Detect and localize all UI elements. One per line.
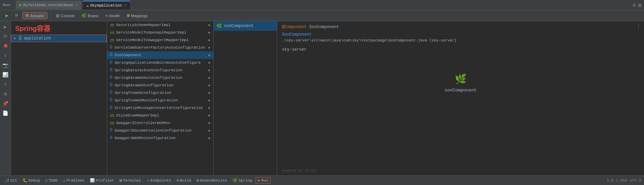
list-item[interactable]: © Swagger2DocumentationConfiguration ▶: [107, 127, 213, 134]
health-icon: ♥: [105, 14, 108, 18]
list-item-soncomponent[interactable]: © SonComponent ▶: [107, 51, 213, 59]
terminal-status[interactable]: ▤ Terminal: [117, 177, 143, 183]
component-header-panel: 🌿 sonComponent: [214, 21, 277, 175]
list-item[interactable]: 🗃 SecuritySchemeMapperImpl ▶: [107, 21, 213, 29]
list-item[interactable]: 🗃 StyleEnumMapperImpl ▶: [107, 112, 213, 119]
sidebar-play-icon[interactable]: ▶: [1, 23, 10, 31]
refresh-button[interactable]: ⟳: [12, 12, 21, 19]
tree-application-item[interactable]: ▶ 🗄 application: [11, 35, 107, 42]
git-status[interactable]: ⎇ Git: [3, 177, 19, 183]
sidebar-pin-icon[interactable]: 📌: [1, 99, 10, 108]
toolbar-separator: [50, 12, 50, 19]
mappings-label: Mappings: [131, 14, 148, 18]
bean-icon: ©: [110, 98, 112, 103]
list-item[interactable]: © SpringDataWebAutoConfiguration ▶: [107, 74, 213, 82]
layout-icon[interactable]: ▤: [639, 2, 641, 8]
bean-arrow-icon: ▶: [208, 68, 211, 72]
bean-icon: ©: [110, 68, 112, 73]
sidebar-refresh-icon[interactable]: ⟳: [1, 32, 10, 40]
bean-arrow-icon: ▶: [208, 83, 211, 87]
endpoints-status[interactable]: ⊹ Endpoints: [145, 177, 173, 183]
mappings-button[interactable]: ⊞ Mappings: [124, 12, 150, 19]
gear-area: ⚙ ▤: [633, 2, 641, 8]
list-item[interactable]: © SpringfoxWebConfiguration ▶: [107, 89, 213, 97]
debug-status[interactable]: 🐛 Debug: [21, 177, 42, 183]
sidebar-download-icon[interactable]: ⬇: [1, 51, 10, 60]
health-label: Health: [109, 14, 120, 18]
tab-skyapplication[interactable]: ☁ SkyApplication ✕: [83, 1, 130, 10]
actuator-button[interactable]: ⚙ Actuator: [22, 12, 47, 19]
tab2-icon: ☁: [86, 3, 89, 8]
sidebar-chart-icon[interactable]: 📊: [1, 71, 10, 79]
list-item[interactable]: 🗃 ServiceModelToOpenApiMapperImpl ▶: [107, 29, 213, 36]
dependencies-status[interactable]: ⊞ Dependencies: [195, 177, 229, 183]
sidebar-doc-icon[interactable]: 📄: [1, 109, 10, 117]
run-status-label: Run: [261, 178, 268, 183]
detail-class-link[interactable]: SonComponent: [282, 32, 639, 37]
list-item[interactable]: © SpringApplicationAdminJmxAutoConfigura…: [107, 59, 213, 66]
beans-label: Beans: [88, 14, 98, 18]
refresh-icon: ⟳: [15, 13, 18, 18]
mappings-icon: ⊞: [127, 13, 130, 18]
list-item[interactable]: 🗃 Swagger2ControllerWebMvc ▶: [107, 119, 213, 127]
center-bean-icon: 🌿: [455, 73, 467, 85]
sidebar-camera-icon[interactable]: 📷: [1, 61, 10, 69]
bean-arrow-icon: ▶: [208, 53, 211, 57]
list-item[interactable]: © SpringfoxWebMvcConfiguration ▶: [107, 97, 213, 104]
bean-icon: ©: [110, 53, 112, 58]
spring-status[interactable]: 🌿 Spring: [230, 177, 254, 183]
beans-button[interactable]: 🌿 Beans: [79, 12, 101, 19]
problems-status[interactable]: ⚠ Problems: [61, 177, 87, 183]
sidebar-stop-icon[interactable]: ⏹: [1, 42, 10, 50]
spring-label: Spring容器: [11, 21, 107, 35]
problems-label: Problems: [66, 178, 84, 183]
bean-icon: ©: [110, 128, 112, 133]
detail-more-btn[interactable]: ⋮: [636, 23, 641, 29]
powered-by: Powered by JFiles: [282, 169, 317, 173]
run-status[interactable]: ▶ Run: [256, 177, 270, 184]
debug-icon: 🐛: [23, 178, 27, 183]
list-item[interactable]: © ServletWebServerFactoryAutoConfigurati…: [107, 44, 213, 51]
list-item[interactable]: © Swagger2WebMvcConfiguration ▶: [107, 134, 213, 142]
sidebar-upload-icon[interactable]: ⬆: [1, 80, 10, 88]
bean-icon: ©: [110, 83, 112, 88]
tab2-close[interactable]: ✕: [125, 3, 127, 8]
spring-status-icon: 🌿: [233, 178, 237, 183]
debug-label: Debug: [29, 178, 40, 183]
encoding-info: UTF-8: [630, 178, 641, 183]
console-label: Console: [61, 14, 75, 18]
build-icon: ⚙: [177, 178, 179, 183]
play-button[interactable]: ▶: [3, 12, 11, 19]
tab-mytestdemo[interactable]: ▶ MyTestDemo.testGetBean ✕: [16, 1, 81, 10]
soncomponent-header[interactable]: 🌿 sonComponent: [214, 21, 277, 31]
profiler-status[interactable]: 📊 Profiler: [88, 177, 116, 183]
terminal-label: Terminal: [123, 178, 141, 183]
health-button[interactable]: ♥ Health: [103, 13, 123, 19]
list-item[interactable]: © SpringDataWebConfiguration ▶: [107, 82, 213, 89]
profiler-icon: 📊: [90, 178, 95, 183]
tab1-icon: ▶: [19, 2, 22, 8]
bean-arrow-icon: ▶: [208, 61, 211, 65]
annotation-class: SonComponent: [309, 25, 339, 29]
detail-panel: ⋮ @Component SonComponent SonComponent ……: [277, 21, 644, 175]
todo-status[interactable]: ☑ TODO: [43, 177, 60, 183]
build-status[interactable]: ⚙ Build: [174, 177, 193, 183]
bean-icon: 🗃: [110, 113, 114, 118]
bean-icon: ©: [110, 45, 112, 50]
bean-name: SpringfoxWebMvcConfiguration: [114, 98, 178, 102]
bean-arrow-icon: ▶: [208, 46, 211, 50]
actuator-icon: ⚙: [25, 13, 29, 18]
bean-icon: 🗃: [110, 121, 114, 126]
beans-icon: 🌿: [81, 13, 86, 18]
play-icon: ▶: [5, 13, 8, 18]
list-item[interactable]: 🗃 ServiceModelToSwagger2MapperImpl ▶: [107, 36, 213, 44]
gear-icon[interactable]: ⚙: [633, 2, 635, 8]
detail-server: sky-server: [282, 47, 639, 52]
console-button[interactable]: ▤ Console: [53, 12, 77, 19]
bean-arrow-icon: ▶: [208, 106, 211, 110]
sidebar-stack-icon[interactable]: ⊞: [1, 90, 10, 98]
tab1-label: MyTestDemo.testGetBean: [23, 3, 73, 7]
list-item[interactable]: © SpringDataJacksonConfiguration ▶: [107, 66, 213, 74]
tab1-close[interactable]: ✕: [76, 3, 78, 7]
list-item[interactable]: © StringHttpMessageConverterConfiguratio…: [107, 104, 213, 112]
